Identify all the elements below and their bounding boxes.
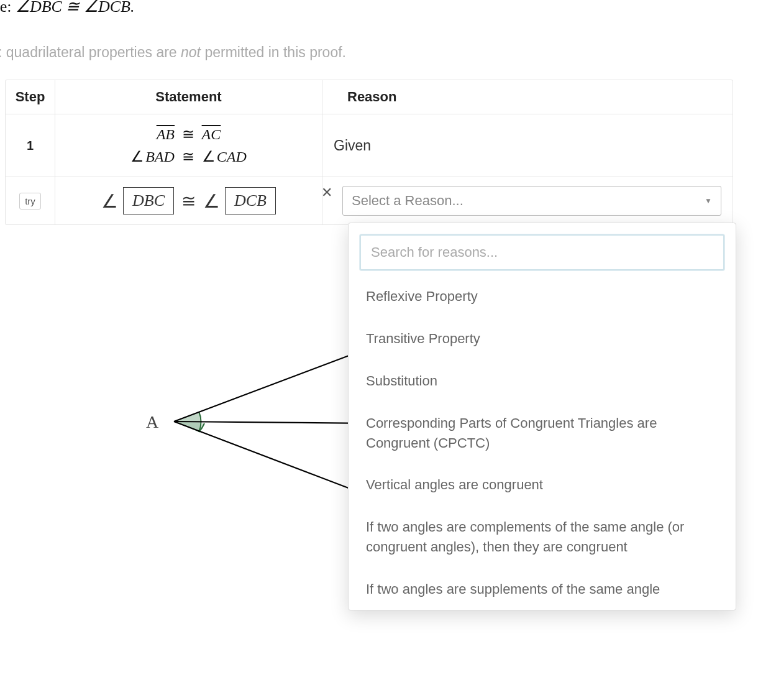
angle-input-2[interactable]: DCB: [225, 187, 276, 214]
reason-select[interactable]: Select a Reason... ▼: [342, 186, 721, 216]
reason-option[interactable]: If two angles are complements of the sam…: [360, 506, 724, 568]
table-row: 1 AB ≅ AC BAD ≅ CAD Given: [6, 114, 733, 177]
close-icon[interactable]: ✕: [321, 185, 332, 201]
angle-icon[interactable]: ∠: [101, 190, 118, 212]
congruent-symbol[interactable]: ≅: [181, 191, 196, 211]
chevron-down-icon: ▼: [705, 196, 712, 205]
vertex-label-a: A: [146, 412, 159, 431]
reason-search-input[interactable]: [360, 234, 724, 270]
reason-option[interactable]: Transitive Property: [360, 318, 724, 360]
statement-cell-try: ∠ DBC ≅ ∠ DCB: [55, 177, 322, 224]
reason-select-placeholder: Select a Reason...: [352, 193, 463, 209]
step-number: 1: [27, 139, 34, 153]
note-em: not: [181, 44, 201, 60]
angle-icon[interactable]: ∠: [203, 190, 220, 212]
prove-line: rove: ∠DBC ≅ ∠DCB.: [0, 0, 758, 16]
step-cell-try: try: [6, 177, 55, 224]
statement-line-1: AB ≅ AC: [157, 123, 221, 145]
table-row: try ∠ DBC ≅ ∠ DCB ✕ Select a Reason... ▼: [6, 177, 733, 224]
statement-line-2: BAD ≅ CAD: [130, 145, 247, 168]
header-step: Step: [6, 80, 55, 114]
prove-prefix: rove:: [0, 0, 16, 16]
try-button[interactable]: try: [19, 193, 41, 210]
reason-option[interactable]: Vertical angles are congruent: [360, 464, 724, 506]
table-header-row: Step Statement Reason: [6, 80, 733, 114]
note-suffix: permitted in this proof.: [201, 44, 346, 60]
statement-cell-1: AB ≅ AC BAD ≅ CAD: [55, 114, 322, 177]
reason-cell-try: ✕ Select a Reason... ▼: [322, 177, 733, 224]
reason-option[interactable]: Reflexive Property: [360, 275, 724, 318]
reason-dropdown: Reflexive Property Transitive Property S…: [348, 223, 736, 610]
reason-option[interactable]: If two angles are supplements of the sam…: [360, 568, 724, 599]
reason-option[interactable]: Corresponding Parts of Congruent Triangl…: [360, 402, 724, 464]
step-cell-1: 1: [6, 114, 55, 177]
note-line: ote: quadrilateral properties are not pe…: [0, 44, 758, 61]
proof-table: Step Statement Reason 1 AB ≅ AC BAD ≅ CA…: [5, 80, 733, 225]
reason-text: Given: [334, 137, 371, 154]
note-prefix: ote: quadrilateral properties are: [0, 44, 181, 60]
header-statement: Statement: [55, 80, 322, 114]
header-reason: Reason: [322, 80, 733, 114]
statement-editor: ∠ DBC ≅ ∠ DCB: [101, 187, 276, 214]
reason-cell-1: Given: [322, 114, 733, 177]
prove-relation: ∠DBC ≅ ∠DCB.: [16, 0, 135, 16]
reason-list: Reflexive Property Transitive Property S…: [360, 275, 724, 599]
reason-option[interactable]: Substitution: [360, 360, 724, 402]
angle-input-1[interactable]: DBC: [123, 187, 174, 214]
